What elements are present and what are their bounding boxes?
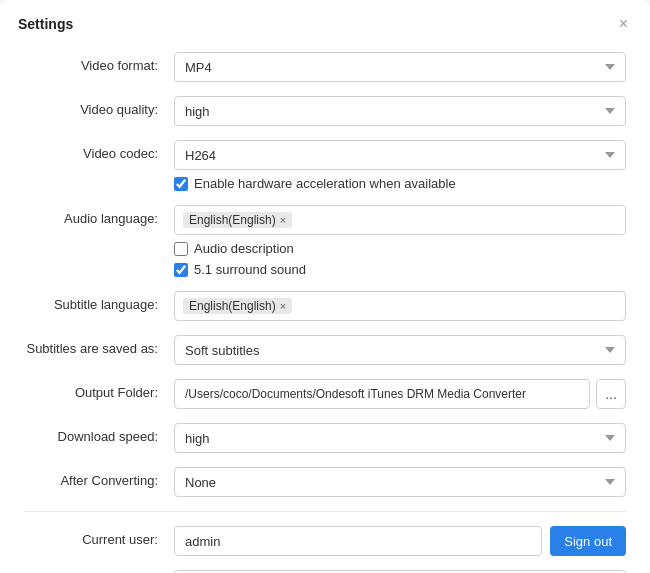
surround-sound-checkbox[interactable] [174, 263, 188, 277]
video-codec-content: H264 H265 VP9 Enable hardware accelerati… [174, 140, 626, 191]
subtitle-language-label: Subtitle language: [24, 291, 174, 312]
subtitle-language-tag: English(English) × [183, 298, 292, 314]
surround-sound-label: 5.1 surround sound [194, 262, 306, 277]
output-folder-label: Output Folder: [24, 379, 174, 400]
subtitle-language-row: Subtitle language: English(English) × [24, 291, 626, 321]
output-folder-input[interactable] [174, 379, 590, 409]
video-format-row: Video format: MP4 MKV MOV AVI [24, 52, 626, 82]
download-speed-row: Download speed: high medium low [24, 423, 626, 453]
subtitles-saved-as-row: Subtitles are saved as: Soft subtitles H… [24, 335, 626, 365]
audio-language-content: English(English) × Audio description 5.1… [174, 205, 626, 277]
current-user-input[interactable] [174, 526, 542, 556]
output-folder-row: Output Folder: ... [24, 379, 626, 409]
divider [24, 511, 626, 512]
current-user-label: Current user: [24, 526, 174, 547]
hw-acceleration-label: Enable hardware acceleration when availa… [194, 176, 456, 191]
subtitle-language-tag-close[interactable]: × [280, 300, 286, 312]
video-format-select[interactable]: MP4 MKV MOV AVI [174, 52, 626, 82]
video-format-content: MP4 MKV MOV AVI [174, 52, 626, 82]
output-folder-content: ... [174, 379, 626, 409]
hw-acceleration-row: Enable hardware acceleration when availa… [174, 176, 626, 191]
current-user-content: Sign out [174, 526, 626, 556]
video-codec-label: Video codec: [24, 140, 174, 161]
audio-description-checkbox[interactable] [174, 242, 188, 256]
subtitle-language-content: English(English) × [174, 291, 626, 321]
current-user-input-row: Sign out [174, 526, 626, 556]
download-speed-select[interactable]: high medium low [174, 423, 626, 453]
dialog-title: Settings [18, 16, 73, 32]
after-converting-row: After Converting: None Open folder Shut … [24, 467, 626, 497]
video-quality-select[interactable]: high medium low [174, 96, 626, 126]
hw-acceleration-checkbox[interactable] [174, 177, 188, 191]
subtitles-saved-as-label: Subtitles are saved as: [24, 335, 174, 356]
output-folder-input-row: ... [174, 379, 626, 409]
settings-content: Video format: MP4 MKV MOV AVI Video qual… [0, 44, 650, 573]
video-format-label: Video format: [24, 52, 174, 73]
browse-folder-button[interactable]: ... [596, 379, 626, 409]
audio-description-label: Audio description [194, 241, 294, 256]
audio-language-tag: English(English) × [183, 212, 292, 228]
video-codec-select[interactable]: H264 H265 VP9 [174, 140, 626, 170]
sign-out-button[interactable]: Sign out [550, 526, 626, 556]
after-converting-content: None Open folder Shut down [174, 467, 626, 497]
audio-description-row: Audio description [174, 241, 626, 256]
after-converting-label: After Converting: [24, 467, 174, 488]
audio-language-row: Audio language: English(English) × Audio… [24, 205, 626, 277]
subtitles-saved-as-content: Soft subtitles Hard subtitles External s… [174, 335, 626, 365]
audio-language-label: Audio language: [24, 205, 174, 226]
subtitles-saved-as-select[interactable]: Soft subtitles Hard subtitles External s… [174, 335, 626, 365]
audio-language-tag-input[interactable]: English(English) × [174, 205, 626, 235]
close-button[interactable]: × [615, 14, 632, 34]
video-quality-content: high medium low [174, 96, 626, 126]
title-bar: Settings × [0, 0, 650, 44]
download-speed-label: Download speed: [24, 423, 174, 444]
subtitle-language-tag-input[interactable]: English(English) × [174, 291, 626, 321]
video-quality-label: Video quality: [24, 96, 174, 117]
current-user-row: Current user: Sign out [24, 526, 626, 556]
audio-language-tag-close[interactable]: × [280, 214, 286, 226]
download-speed-content: high medium low [174, 423, 626, 453]
after-converting-select[interactable]: None Open folder Shut down [174, 467, 626, 497]
video-codec-row: Video codec: H264 H265 VP9 Enable hardwa… [24, 140, 626, 191]
surround-sound-row: 5.1 surround sound [174, 262, 626, 277]
settings-dialog: Settings × Video format: MP4 MKV MOV AVI… [0, 0, 650, 573]
video-quality-row: Video quality: high medium low [24, 96, 626, 126]
